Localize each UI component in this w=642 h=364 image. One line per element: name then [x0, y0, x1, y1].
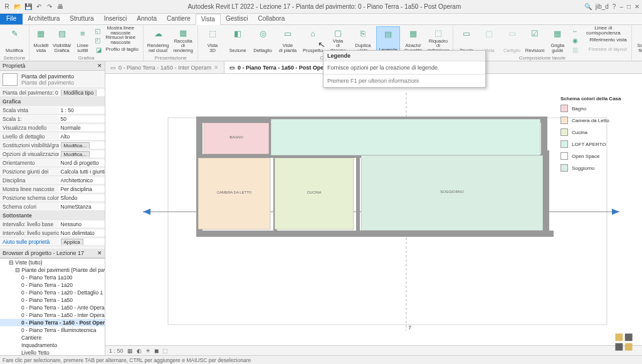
tab-architettura[interactable]: Architettura [23, 14, 65, 24]
tool-linee[interactable]: ≡Lineesottili [73, 26, 92, 54]
instance-dropdown[interactable]: Pianta del pavimento: 0 - Piano Terra - … [0, 88, 105, 97]
legend-swatch [560, 164, 568, 172]
prop-row[interactable]: Scala 1:50 [0, 115, 105, 123]
tab-vista[interactable]: Vista [196, 14, 221, 25]
type-selector[interactable]: Pianta del pavimento Piante del paviment… [0, 71, 105, 88]
edit-button[interactable]: Modifica... [61, 142, 90, 148]
prop-row[interactable]: Visualizza modelloNormale [0, 123, 105, 132]
prop-row[interactable]: DisciplinaArchitettonico [0, 176, 105, 185]
tool-mostra linee nascoste[interactable]: ◱Mostra linee nascoste [93, 26, 140, 35]
project-browser[interactable]: ⊟ Viste (tutto)⊟ Piante dei pavimenti (P… [0, 258, 105, 355]
tab-collabora[interactable]: Collabora [253, 14, 290, 24]
browser-node[interactable]: Livello Tetto [0, 349, 105, 355]
tool-sezione[interactable]: ◧Sezione [226, 26, 250, 54]
detail-icon[interactable]: ▦ [127, 348, 133, 354]
tool-modifica[interactable]: ✎Modifica [3, 26, 26, 54]
tool-icon: ▦ [177, 28, 189, 39]
browser-node[interactable]: 0 - Piano Terra - 1a50 [0, 296, 105, 304]
browser-node[interactable]: ⊟ Viste (tutto) [0, 259, 105, 266]
prop-row[interactable]: Posizione schema coloriSfondo [0, 194, 105, 202]
tool-dettaglio[interactable]: ◎Dettaglio [251, 26, 275, 54]
close-icon[interactable]: ✕ [634, 3, 639, 10]
visual-style-icon[interactable]: ◐ [137, 348, 142, 354]
view-control-bar[interactable]: 1 : 50 ▦ ◐ ☀ ◼ ⬚ [105, 345, 642, 355]
tab-cantiere[interactable]: Cantiere [162, 14, 196, 24]
tool-visibilità/[interactable]: ▨Visibilità/Grafica [51, 26, 72, 54]
tool-profilo di taglio[interactable]: ◪Profilo di taglio [93, 45, 140, 54]
crop-icon[interactable]: ⬚ [162, 348, 168, 354]
open-icon[interactable]: 📂 [13, 3, 22, 11]
tool-rimuovi linee nascoste[interactable]: ◰Rimuovi linee nascoste [93, 36, 140, 44]
properties-footer: Aiuto sulle proprietà Applica [0, 237, 105, 246]
ribbon-group: ☁Renderingnel cloud▦Raccoltadi rendering… [144, 25, 198, 61]
tool-viste[interactable]: ▭Vistedi pianta [276, 26, 300, 54]
svg-rect-26 [625, 333, 633, 341]
browser-node[interactable]: Inquadramento [0, 341, 105, 349]
browser-node[interactable]: 0 - Piano Terra - 1a50 - Ante Operam [0, 304, 105, 311]
prop-row[interactable]: Intervallo: livello superioreNon delimit… [0, 229, 105, 237]
legend-label: Open Space [572, 153, 599, 159]
browser-node[interactable]: 0 - Piano Terra - 1a20 - Dettaglio 1 [0, 289, 105, 296]
browser-node[interactable]: 0 - Piano Terra - 1a50 - Inter Operam [0, 311, 105, 319]
prop-row[interactable]: OrientamentoNord di progetto [0, 159, 105, 167]
edit-type-button[interactable]: Modifica tipo [61, 90, 97, 96]
tab-inserisci[interactable]: Inserisci [99, 14, 132, 24]
tool-modelli[interactable]: ▦Modellivista [32, 26, 50, 54]
shadow-icon[interactable]: ◼ [154, 348, 159, 354]
close-panel-icon[interactable]: ✕ [97, 63, 102, 69]
save-icon[interactable]: 💾 [24, 3, 33, 11]
svg-marker-2 [143, 209, 150, 215]
view-tab[interactable]: ▭0 - Piano Terra - 1a50 - Inter Operam✕ [105, 61, 224, 73]
tool-finestre di layout[interactable]: ▥Finestre di layout [569, 45, 628, 54]
tool-rendering[interactable]: ☁Renderingnel cloud [146, 26, 170, 54]
tool-scambia[interactable]: ⇄Scambiafinestre [634, 26, 642, 54]
user-label[interactable]: jib_d [596, 3, 609, 10]
tool-linee di corrispondenza[interactable]: ↔Linee di corrispondenza [569, 26, 628, 35]
tab-struttura[interactable]: Struttura [65, 14, 98, 24]
prop-row[interactable]: Schema coloriNomeStanza [0, 202, 105, 211]
tool-raccolta[interactable]: ▦Raccoltadi rendering [171, 26, 195, 54]
prop-row[interactable]: Posizione giunti deiCalcola tutti i giun… [0, 167, 105, 176]
browser-node[interactable]: 0 - Piano Terra - 1a20 [0, 281, 105, 289]
prop-row[interactable]: Mostra linee nascostePer disciplina [0, 185, 105, 194]
prop-row[interactable]: Opzioni di visualizzazioneModifica... [0, 150, 105, 159]
prop-row[interactable]: Scala vista1 : 50 [0, 106, 105, 115]
info-icon[interactable]: 🔍 [584, 3, 592, 10]
status-text: Fare clic per selezionare, premere TAB p… [3, 357, 251, 363]
edit-button[interactable]: Modifica... [61, 151, 90, 157]
redo-icon[interactable]: ↷ [45, 3, 54, 11]
undo-icon[interactable]: ↶ [34, 3, 43, 11]
tool-riferimento vista[interactable]: ◉Riferimento vista [569, 36, 628, 44]
main: Proprietà ✕ Pianta del pavimento Piante … [0, 61, 642, 355]
tool-cartiglio[interactable]: ▭Cartiglio [502, 26, 523, 54]
type-sub: Piante del pavimento [21, 80, 74, 86]
close-browser-icon[interactable]: ✕ [97, 250, 102, 256]
browser-node[interactable]: ⊟ Piante dei pavimenti (Piante del pavim… [0, 266, 105, 274]
max-icon[interactable]: □ [627, 3, 631, 10]
sun-icon[interactable]: ☀ [145, 348, 150, 354]
close-tab-icon[interactable]: ✕ [214, 65, 219, 71]
cursor-icon: ↖ [317, 39, 327, 50]
tool-icon: ⌂ [307, 28, 318, 39]
scale-label[interactable]: 1 : 50 [109, 348, 124, 354]
prop-row[interactable]: Intervallo: livello baseNessuno [0, 220, 105, 229]
browser-node[interactable]: 0 - Piano Terra - Illuminotecnica [0, 326, 105, 334]
file-tab[interactable]: File [0, 14, 23, 24]
print-icon[interactable]: 🖶 [56, 3, 65, 11]
canvas[interactable]: 7 BAGNOCAMERA DA LETTOCUCINASOGGIORNO Sc… [105, 74, 642, 345]
browser-node[interactable]: Cantiere [0, 334, 105, 341]
browser-node[interactable]: 0 - Piano Terra - 1a50 - Post Operam [0, 319, 105, 326]
apply-button[interactable]: Applica [61, 239, 83, 245]
tool-vista[interactable]: ⬚Vista3D [201, 26, 224, 54]
help-icon[interactable]: ? [613, 3, 616, 10]
prop-row[interactable]: Sostituzioni visibilità/graficaModifica.… [0, 141, 105, 150]
prop-row[interactable]: Livello di dettaglioAlto [0, 132, 105, 141]
tab-annota[interactable]: Annota [132, 14, 162, 24]
tool-revisioni[interactable]: ☑Revisioni [524, 26, 545, 54]
browser-node[interactable]: 0 - Piano Terra 1a100 [0, 274, 105, 281]
tab-gestisci[interactable]: Gestisci [221, 14, 253, 24]
min-icon[interactable]: – [619, 3, 623, 10]
help-link[interactable]: Aiuto sulle proprietà [3, 239, 50, 245]
tool-griglia[interactable]: ▦Grigliaguide [547, 26, 568, 54]
plan-icon: ▭ [229, 65, 235, 71]
